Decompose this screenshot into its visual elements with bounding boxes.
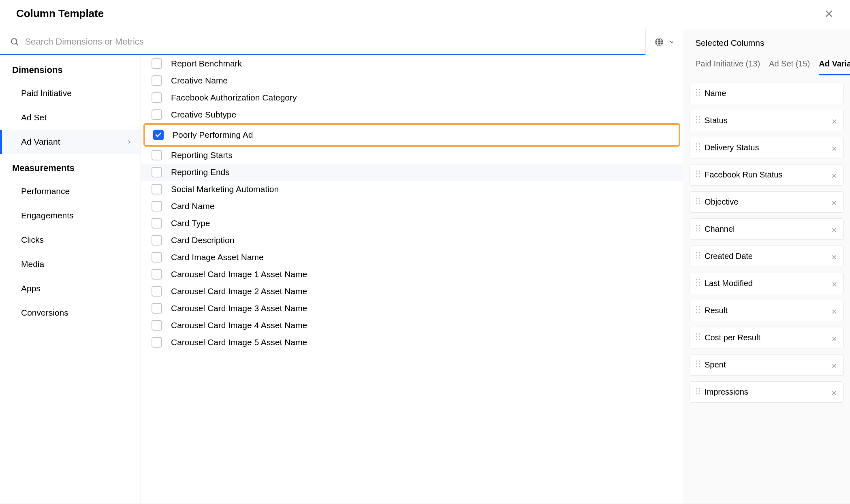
drag-handle-icon[interactable] <box>696 143 701 152</box>
selected-column-item[interactable]: Impressions <box>690 381 844 403</box>
attribute-row[interactable]: Carousel Card Image 1 Asset Name <box>141 266 683 283</box>
remove-button[interactable] <box>831 362 837 368</box>
sidebar-item-dimension[interactable]: Paid Initiative <box>0 81 141 105</box>
sidebar-item-measurement[interactable]: Clicks <box>0 228 141 252</box>
attribute-row[interactable]: Carousel Card Image 2 Asset Name <box>141 283 683 300</box>
checkbox[interactable] <box>152 201 162 211</box>
checkbox[interactable] <box>152 252 162 263</box>
remove-button[interactable] <box>831 145 837 151</box>
drag-handle-icon[interactable] <box>696 333 701 342</box>
attribute-row[interactable]: Creative Subtype <box>141 106 683 123</box>
sidebar-item-label: Media <box>21 259 44 269</box>
attribute-row[interactable]: Card Description <box>141 232 683 249</box>
selected-column-item[interactable]: Channel <box>690 218 844 240</box>
remove-button[interactable] <box>831 199 837 205</box>
drag-handle-icon[interactable] <box>696 89 701 98</box>
drag-handle-icon[interactable] <box>696 252 701 261</box>
svg-point-41 <box>696 254 697 256</box>
close-icon <box>824 9 834 19</box>
selected-tab[interactable]: Paid Initiative (13) <box>695 59 760 75</box>
search-field-wrap[interactable] <box>0 29 645 55</box>
checkbox[interactable] <box>152 286 162 297</box>
selected-tab[interactable]: Ad Set (15) <box>769 59 810 75</box>
attribute-row[interactable]: Social Marketing Automation <box>141 181 683 198</box>
svg-point-54 <box>699 309 700 310</box>
remove-button[interactable] <box>831 389 837 395</box>
svg-point-42 <box>699 254 700 256</box>
remove-button[interactable] <box>831 253 837 260</box>
sidebar-group-dimensions: Dimensions <box>0 61 141 81</box>
search-input[interactable] <box>25 36 636 47</box>
close-button[interactable] <box>823 8 835 19</box>
checkbox[interactable] <box>153 130 164 140</box>
attribute-label: Reporting Ends <box>171 167 230 177</box>
svg-point-4 <box>699 89 700 90</box>
selected-column-item[interactable]: Delivery Status <box>690 137 844 158</box>
checkbox[interactable] <box>152 337 162 348</box>
checkbox[interactable] <box>152 75 162 86</box>
checkbox[interactable] <box>152 184 162 194</box>
attribute-row[interactable]: Carousel Card Image 5 Asset Name <box>141 334 683 351</box>
selected-column-item[interactable]: Name <box>690 83 844 104</box>
selected-column-item[interactable]: Created Date <box>690 246 844 267</box>
remove-button[interactable] <box>831 226 837 233</box>
attribute-row[interactable]: Card Image Asset Name <box>141 249 683 266</box>
sidebar-item-measurement[interactable]: Media <box>0 252 141 276</box>
svg-point-56 <box>699 312 700 313</box>
drag-handle-icon[interactable] <box>696 387 701 397</box>
sidebar-item-measurement[interactable]: Engagements <box>0 203 141 228</box>
drag-handle-icon[interactable] <box>696 170 701 179</box>
checkbox[interactable] <box>152 235 162 246</box>
remove-button[interactable] <box>831 172 837 178</box>
attribute-row[interactable]: Carousel Card Image 3 Asset Name <box>141 300 683 317</box>
language-selector[interactable] <box>645 29 683 55</box>
drag-handle-icon[interactable] <box>696 279 701 288</box>
selected-column-item[interactable]: Facebook Run Status <box>690 164 844 186</box>
attribute-row[interactable]: Carousel Card Image 4 Asset Name <box>141 317 683 334</box>
checkbox[interactable] <box>152 92 162 103</box>
attribute-row[interactable]: Reporting Ends <box>141 164 683 181</box>
checkbox[interactable] <box>152 303 162 314</box>
attribute-row[interactable]: Card Name <box>141 198 683 215</box>
selected-column-item[interactable]: Spent <box>690 354 844 376</box>
svg-point-72 <box>699 390 700 391</box>
remove-button[interactable] <box>831 117 837 124</box>
drag-handle-icon[interactable] <box>696 224 701 234</box>
drag-handle-icon[interactable] <box>696 360 701 369</box>
selected-column-item[interactable]: Status <box>690 110 844 131</box>
attribute-row[interactable]: Poorly Performing Ad <box>145 125 679 145</box>
checkbox[interactable] <box>152 269 162 280</box>
remove-button[interactable] <box>831 335 837 341</box>
sidebar-item-measurement[interactable]: Conversions <box>0 301 141 325</box>
search-icon <box>10 37 19 47</box>
checkbox[interactable] <box>152 109 162 120</box>
selected-tab[interactable]: Ad Variant (13) <box>819 59 850 75</box>
sidebar-item-dimension[interactable]: Ad Variant <box>0 130 141 154</box>
svg-point-7 <box>696 94 697 96</box>
attribute-row[interactable]: Facebook Authorization Category <box>141 89 683 106</box>
attribute-list[interactable]: Report BenchmarkCreative NameFacebook Au… <box>141 55 683 504</box>
sidebar-item-dimension[interactable]: Ad Set <box>0 105 141 130</box>
sidebar-item-measurement[interactable]: Apps <box>0 276 141 301</box>
attribute-row[interactable]: Reporting Starts <box>141 147 683 164</box>
checkbox[interactable] <box>152 320 162 331</box>
checkbox[interactable] <box>152 218 162 229</box>
drag-handle-icon[interactable] <box>696 116 701 125</box>
checkbox[interactable] <box>152 58 162 69</box>
attribute-row[interactable]: Creative Name <box>141 72 683 89</box>
selected-column-item[interactable]: Last Modified <box>690 273 844 294</box>
svg-point-74 <box>699 393 700 394</box>
checkbox[interactable] <box>152 150 162 160</box>
attribute-row[interactable]: Card Type <box>141 215 683 232</box>
attribute-row[interactable]: Report Benchmark <box>141 55 683 72</box>
remove-button[interactable] <box>831 308 837 314</box>
checkbox[interactable] <box>152 167 162 177</box>
selected-column-item[interactable]: Objective <box>690 191 844 213</box>
drag-handle-icon[interactable] <box>696 306 701 315</box>
remove-button[interactable] <box>831 280 837 287</box>
drag-handle-icon[interactable] <box>696 197 701 207</box>
selected-column-item[interactable]: Cost per Result <box>690 327 844 348</box>
sidebar-item-measurement[interactable]: Performance <box>0 179 141 203</box>
selected-column-item[interactable]: Result <box>690 300 844 321</box>
selected-columns-list[interactable]: NameStatusDelivery StatusFacebook Run St… <box>683 75 850 504</box>
